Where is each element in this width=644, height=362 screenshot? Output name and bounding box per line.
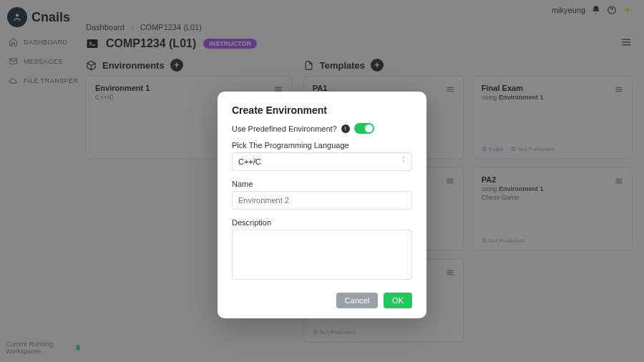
select-chevron-icon: ˄˅: [402, 158, 406, 166]
ok-button[interactable]: OK: [384, 293, 412, 308]
modal-buttons: Cancel OK: [232, 293, 412, 308]
language-select[interactable]: C++/C ˄˅: [232, 152, 412, 171]
language-value: C++/C: [238, 157, 261, 166]
predefined-toggle[interactable]: [354, 123, 374, 134]
description-input[interactable]: [232, 230, 412, 280]
create-environment-modal: Create Environment Use Predefined Enviro…: [218, 92, 426, 318]
toggle-label: Use Predefined Environment?: [232, 124, 337, 133]
language-label: Pick The Programming Language: [232, 141, 412, 150]
cancel-button[interactable]: Cancel: [336, 293, 378, 308]
predefined-toggle-row: Use Predefined Environment? i: [232, 123, 412, 134]
info-icon[interactable]: i: [341, 124, 350, 133]
modal-overlay[interactable]: Create Environment Use Predefined Enviro…: [0, 0, 644, 362]
description-label: Description: [232, 218, 412, 227]
name-input[interactable]: [232, 191, 412, 210]
modal-title: Create Environment: [232, 104, 412, 116]
name-label: Name: [232, 180, 412, 188]
